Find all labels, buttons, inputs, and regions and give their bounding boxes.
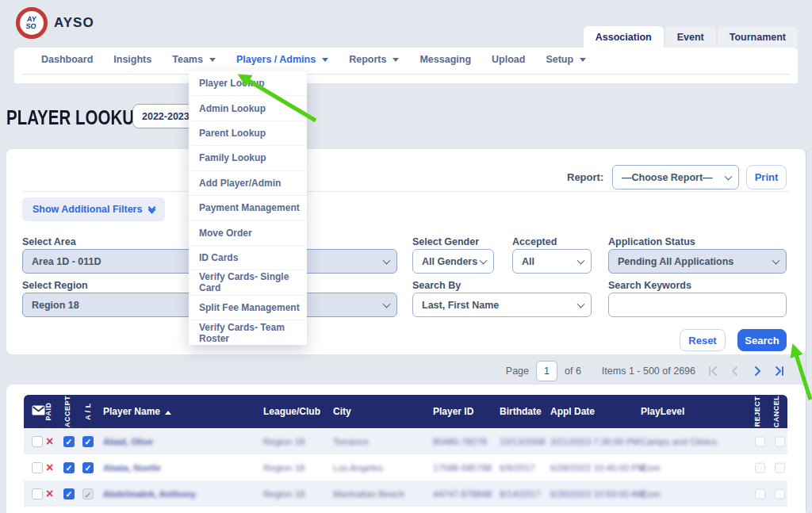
nav-insights[interactable]: Insights [113,54,151,65]
next-page-icon[interactable] [750,364,764,378]
column-header-play-level[interactable]: PlayLevel [641,406,684,417]
al-checkbox-disabled[interactable] [82,488,94,500]
print-button[interactable]: Print [746,165,787,190]
application-status-label: Application Status [608,236,695,247]
menu-item-family-lookup[interactable]: Family Lookup [189,146,307,170]
row-select-checkbox[interactable] [32,462,43,473]
column-header-reject[interactable]: REJECT [753,396,761,427]
search-keywords-label: Search Keywords [608,280,691,291]
league-cell: Region 18 [263,437,304,446]
menu-item-parent-lookup[interactable]: Parent Lookup [189,121,307,146]
chevron-down-icon [480,256,488,264]
player-id-cell: 44747-878848 [433,489,492,499]
nav-setup[interactable]: Setup [546,54,586,65]
menu-item-move-order[interactable]: Move Order [189,220,307,245]
league-cell: Region 18 [263,489,304,499]
player-name-link[interactable]: Abdelmalek, Anthony [103,489,196,499]
cancel-checkbox[interactable] [775,488,785,499]
nav-dashboard[interactable]: Dashboard [41,54,93,65]
reject-checkbox[interactable] [755,462,765,473]
reset-button[interactable]: Reset [680,329,726,351]
reject-checkbox[interactable] [755,436,765,446]
menu-item-id-cards[interactable]: ID Cards [189,246,307,270]
page-of-label: of 6 [565,366,581,377]
page-number-input[interactable] [536,361,557,381]
paid-x-icon[interactable]: × [46,488,53,500]
previous-page-icon[interactable] [728,364,742,378]
players-admins-dropdown-menu: Player Lookup Admin Lookup Parent Lookup… [189,71,307,345]
first-page-icon[interactable] [706,364,720,378]
envelope-icon[interactable] [32,405,45,418]
row-select-checkbox[interactable] [32,488,43,500]
player-name-link[interactable]: Abad, Olive [103,437,153,446]
column-header-accept[interactable]: ACCEPT [63,396,71,427]
play-level-cell: Core [641,489,661,499]
select-gender-dropdown[interactable]: All Genders [412,249,494,274]
caret-down-icon [580,58,586,62]
menu-item-verify-cards-single[interactable]: Verify Cards- Single Card [189,270,307,295]
column-header-player-name[interactable]: Player Name [103,406,171,417]
column-header-league-club[interactable]: League/Club [263,406,320,417]
tab-association[interactable]: Association [584,26,664,48]
appl-date-cell: 3/21/2023 7:36:00 PM [550,437,640,446]
accept-checkbox[interactable] [63,436,75,447]
show-additional-filters-button[interactable]: Show Additional Filters [22,197,165,221]
page-scrollbar[interactable] [806,151,806,511]
membership-year-select[interactable]: 2022-2023 [132,104,196,128]
grid-header-row: PAID ACCEPT A / L Player Name League/Clu… [24,395,787,428]
page-title: PLAYER LOOKUP [6,106,145,129]
report-select[interactable]: —Choose Report— [612,165,739,190]
tab-event[interactable]: Event [665,26,716,48]
player-lookup-page: AYSO AYSO Association Event Tournament D… [0,0,812,513]
column-header-birthdate[interactable]: Birthdate [500,406,542,417]
paid-x-icon[interactable]: × [46,435,53,448]
last-page-icon[interactable] [772,364,787,378]
player-name-link[interactable]: Abata, Noelle [103,463,161,473]
nav-teams[interactable]: Teams [172,54,216,65]
menu-item-player-lookup[interactable]: Player Lookup [189,71,307,96]
chevron-down-icon [577,300,585,308]
city-cell: Manhattan Beach [333,489,404,499]
column-header-al[interactable]: A / L [84,403,92,420]
accepted-dropdown[interactable]: All [512,249,592,274]
column-header-appl-date[interactable]: Appl Date [550,406,595,417]
filters-panel: Report: —Choose Report— Print Show Addit… [6,149,806,354]
paid-x-icon[interactable]: × [46,461,53,474]
menu-item-verify-cards-team[interactable]: Verify Cards- Team Roster [189,320,307,345]
menu-item-add-player-admin[interactable]: Add Player/Admin [189,171,307,196]
al-checkbox[interactable] [82,462,94,473]
report-label: Report: [567,171,603,183]
application-status-dropdown[interactable]: Pending All Applications [608,249,787,274]
reject-checkbox[interactable] [755,488,765,499]
al-checkbox[interactable] [82,436,94,447]
search-keywords-input[interactable] [608,293,787,317]
accept-checkbox[interactable] [63,488,75,500]
search-button[interactable]: Search [737,329,787,351]
city-cell: Los Angeles [333,463,383,473]
cancel-checkbox[interactable] [775,462,785,473]
column-header-player-id[interactable]: Player ID [433,406,473,417]
accepted-label: Accepted [512,236,557,247]
brand-name: AYSO [54,15,94,31]
table-row: × Abdelmalek, Anthony Region 18 Manhatta… [24,480,787,507]
tab-tournament[interactable]: Tournament [718,26,798,48]
caret-down-icon [209,58,216,62]
column-header-cancel[interactable]: CANCEL [772,396,780,428]
column-header-city[interactable]: City [333,406,351,417]
nav-reports[interactable]: Reports [349,54,399,65]
nav-messaging[interactable]: Messaging [419,54,471,65]
row-select-checkbox[interactable] [32,436,43,447]
column-header-paid[interactable]: PAID [44,403,52,421]
panel-divider [22,191,790,192]
search-by-dropdown[interactable]: Last, First Name [412,293,592,317]
birthdate-cell: 10/13/2008 [500,437,546,446]
nav-upload[interactable]: Upload [492,54,525,65]
cancel-checkbox[interactable] [775,436,785,446]
league-cell: Region 18 [263,463,304,473]
main-navbar: Dashboard Insights Teams Players / Admin… [14,48,798,83]
accept-checkbox[interactable] [63,462,75,473]
nav-players-admins[interactable]: Players / Admins [236,54,328,65]
menu-item-split-fee-management[interactable]: Split Fee Management [189,296,307,320]
menu-item-admin-lookup[interactable]: Admin Lookup [189,96,307,121]
menu-item-payment-management[interactable]: Payment Management [189,196,307,220]
